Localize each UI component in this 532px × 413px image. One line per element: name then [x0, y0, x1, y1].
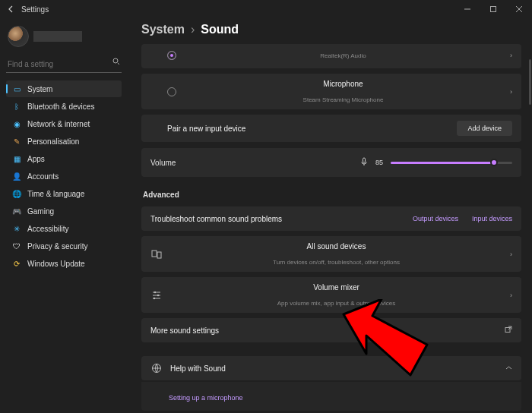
system-icon: ▭ [12, 84, 21, 93]
sidebar-item-bluetooth[interactable]: ᛒBluetooth & devices [6, 98, 122, 115]
row-title: All sound devices [307, 242, 366, 251]
sidebar-item-label: Windows Update [27, 260, 85, 268]
open-external-icon [505, 326, 512, 335]
person-icon: 👤 [12, 172, 21, 181]
search-icon[interactable] [112, 58, 120, 67]
microphone-icon[interactable] [360, 156, 368, 169]
chevron-right-icon: › [191, 23, 195, 36]
device-subtitle: Realtek(R) Audio [320, 52, 366, 59]
svg-point-6 [157, 294, 159, 295]
help-expander-content: Setting up a microphone [141, 382, 521, 411]
svg-rect-0 [491, 7, 496, 12]
bluetooth-icon: ᛒ [12, 102, 21, 111]
sidebar-item-label: Accessibility [27, 225, 68, 233]
volume-mixer-row[interactable]: Volume mixer App volume mix, app input &… [141, 277, 521, 313]
radio-selected-icon[interactable] [167, 51, 176, 60]
row-subtitle: App volume mix, app input & output devic… [277, 300, 396, 307]
window-title: Settings [21, 5, 49, 14]
accessibility-icon: ✳ [12, 224, 21, 233]
all-sound-devices-row[interactable]: All sound devices Turn devices on/off, t… [141, 236, 521, 272]
chevron-right-icon: › [510, 292, 512, 299]
radio-unselected-icon[interactable] [167, 87, 176, 96]
wifi-icon: ◉ [12, 119, 21, 128]
devices-icon [150, 249, 163, 260]
chevron-right-icon: › [510, 88, 512, 96]
pair-label: Pair a new input device [167, 125, 449, 133]
page-title: Sound [201, 23, 239, 36]
sidebar-item-label: Time & language [27, 190, 84, 198]
help-with-sound-expander[interactable]: Help with Sound [141, 356, 521, 380]
sidebar-item-time[interactable]: 🌐Time & language [6, 185, 122, 202]
titlebar: Settings [0, 0, 532, 18]
scrollbar[interactable] [529, 59, 531, 105]
device-subtitle: Steam Streaming Microphone [303, 96, 384, 103]
sidebar-item-windows-update[interactable]: ⟳Windows Update [6, 255, 122, 272]
help-link[interactable]: Setting up a microphone [169, 394, 243, 402]
maximize-button[interactable] [480, 0, 506, 18]
shield-icon: 🛡 [12, 241, 21, 251]
chevron-up-icon [505, 364, 512, 373]
update-icon: ⟳ [12, 259, 21, 268]
volume-value: 85 [375, 159, 383, 166]
row-title: Volume mixer [313, 283, 359, 292]
device-title: Microphone [323, 80, 363, 88]
svg-point-1 [113, 58, 118, 63]
sidebar-item-label: Apps [27, 155, 45, 163]
svg-rect-2 [363, 158, 365, 162]
svg-rect-4 [157, 252, 161, 258]
sidebar-item-apps[interactable]: ▦Apps [6, 150, 122, 167]
sidebar-item-accessibility[interactable]: ✳Accessibility [6, 220, 122, 237]
output-devices-link[interactable]: Output devices [413, 215, 458, 222]
globe-help-icon [150, 363, 163, 374]
input-devices-link[interactable]: Input devices [472, 215, 512, 222]
avatar [8, 26, 29, 47]
svg-rect-3 [152, 251, 157, 257]
sidebar-item-network[interactable]: ◉Network & internet [6, 115, 122, 132]
breadcrumb-parent[interactable]: System [141, 23, 185, 36]
volume-slider[interactable] [391, 162, 512, 164]
volume-label: Volume [150, 159, 176, 167]
mixer-icon [150, 290, 163, 301]
sidebar-item-personalisation[interactable]: ✎Personalisation [6, 133, 122, 150]
svg-point-5 [154, 291, 156, 292]
gamepad-icon: 🎮 [12, 206, 21, 216]
section-advanced: Advanced [141, 180, 521, 203]
sidebar-item-accounts[interactable]: 👤Accounts [6, 168, 122, 184]
sidebar-item-label: Personalisation [27, 137, 79, 146]
minimize-button[interactable] [454, 0, 480, 18]
globe-icon: 🌐 [12, 189, 21, 198]
back-icon[interactable] [8, 5, 15, 13]
input-device-row[interactable]: Microphone Steam Streaming Microphone › [141, 74, 521, 109]
sidebar-item-label: System [27, 85, 52, 93]
row-title: More sound settings [150, 326, 497, 335]
row-subtitle: Turn devices on/off, troubleshoot, other… [273, 259, 400, 266]
troubleshoot-row: Troubleshoot common sound problems Outpu… [141, 206, 521, 231]
pair-device-row: Pair a new input device Add device [141, 115, 521, 142]
brush-icon: ✎ [12, 137, 21, 146]
sidebar-item-privacy[interactable]: 🛡Privacy & security [6, 238, 122, 254]
apps-icon: ▦ [12, 154, 21, 163]
breadcrumb: System › Sound [141, 23, 521, 44]
slider-thumb-icon[interactable] [490, 159, 498, 166]
sidebar-item-label: Accounts [27, 172, 59, 181]
add-device-button[interactable]: Add device [457, 121, 512, 136]
user-profile[interactable] [6, 21, 122, 56]
svg-point-7 [154, 297, 155, 298]
sidebar: ▭System ᛒBluetooth & devices ◉Network & … [0, 18, 128, 413]
sidebar-item-gaming[interactable]: 🎮Gaming [6, 203, 122, 219]
row-title: Help with Sound [170, 364, 498, 373]
sidebar-item-label: Network & internet [27, 120, 90, 128]
chevron-right-icon: › [510, 251, 512, 258]
sidebar-item-label: Bluetooth & devices [27, 102, 94, 111]
sidebar-item-label: Privacy & security [27, 242, 87, 251]
input-device-row[interactable]: Realtek(R) Audio › [141, 44, 521, 68]
chevron-right-icon: › [510, 52, 512, 59]
user-name-redacted [33, 31, 82, 42]
sidebar-item-label: Gaming [27, 207, 54, 216]
volume-row: Volume 85 [141, 148, 521, 177]
search-input[interactable] [6, 56, 122, 73]
close-button[interactable] [506, 0, 532, 18]
sidebar-item-system[interactable]: ▭System [6, 80, 122, 97]
more-sound-settings-row[interactable]: More sound settings [141, 318, 521, 342]
troubleshoot-label: Troubleshoot common sound problems [150, 215, 405, 223]
